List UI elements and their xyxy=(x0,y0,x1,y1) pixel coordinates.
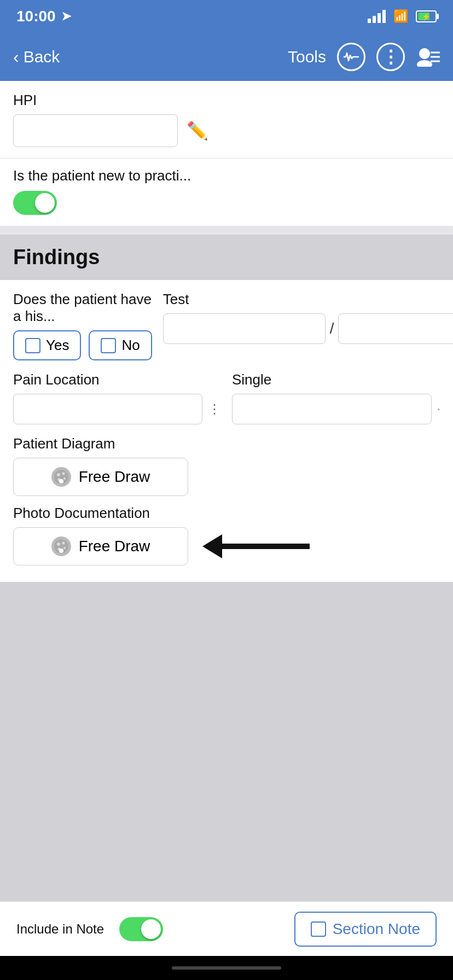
person-list-icon xyxy=(416,47,440,67)
include-note-label: Include in Note xyxy=(16,920,104,937)
single-dot-icon: ● xyxy=(437,407,440,412)
signal-icon xyxy=(368,10,386,23)
test-col: Test / xyxy=(163,291,453,344)
status-bar: 10:00 ➤ 📶 ⚡ xyxy=(0,0,453,33)
svg-point-0 xyxy=(419,48,430,59)
single-input[interactable] xyxy=(232,394,432,424)
patient-diagram-button-label: Free Draw xyxy=(79,468,150,486)
back-button[interactable]: ‹ Back xyxy=(13,47,60,67)
battery-icon: ⚡ xyxy=(416,10,437,22)
patient-new-section: Is the patient new to practi... xyxy=(0,158,453,226)
svg-point-14 xyxy=(63,547,66,549)
pain-location-label: Pain Location xyxy=(13,371,221,388)
main-content: HPI ✏️ Is the patient new to practi... F… xyxy=(0,81,453,956)
yes-no-row: Yes No xyxy=(13,330,152,360)
findings-row-1: Does the patient have a his... Yes No Te… xyxy=(13,291,440,360)
hpi-input[interactable] xyxy=(13,114,178,147)
yes-checkbox xyxy=(25,338,40,353)
svg-point-12 xyxy=(57,542,60,546)
svg-point-10 xyxy=(59,479,63,483)
single-input-row: ● xyxy=(232,394,440,424)
person-list-button[interactable] xyxy=(416,47,440,67)
test-input-1[interactable] xyxy=(163,313,326,344)
more-dots-icon[interactable]: ⋮ xyxy=(208,401,221,417)
history-col: Does the patient have a his... Yes No xyxy=(13,291,152,360)
pain-location-col: Pain Location ⋮ xyxy=(13,371,221,424)
svg-point-8 xyxy=(63,477,66,480)
bottom-bar: Include in Note Section Note xyxy=(0,901,453,956)
svg-point-6 xyxy=(57,473,60,476)
svg-point-16 xyxy=(59,549,63,553)
single-col: Single ● xyxy=(232,371,440,424)
back-chevron-icon: ‹ xyxy=(13,47,19,67)
svg-point-13 xyxy=(62,542,65,545)
patient-diagram-label: Patient Diagram xyxy=(13,435,440,452)
arrow-body xyxy=(222,544,310,549)
nav-bar: ‹ Back Tools ⋮ xyxy=(0,33,453,81)
test-input-row: / xyxy=(163,313,453,344)
time-display: 10:00 xyxy=(16,8,56,25)
heart-monitor-icon xyxy=(337,43,365,71)
wifi-icon: 📶 xyxy=(393,9,408,24)
photo-documentation-section: Photo Documentation Free Draw xyxy=(13,505,440,565)
home-bar xyxy=(172,966,281,970)
patient-new-toggle[interactable] xyxy=(13,191,57,215)
include-note-thumb xyxy=(141,919,161,939)
test-label: Test xyxy=(163,291,453,308)
home-indicator xyxy=(0,956,453,980)
location-icon: ➤ xyxy=(61,9,71,24)
history-label: Does the patient have a his... xyxy=(13,291,152,325)
yes-label: Yes xyxy=(46,337,69,354)
findings-title: Findings xyxy=(13,246,440,269)
yes-button[interactable]: Yes xyxy=(13,330,81,360)
section-note-label: Section Note xyxy=(333,920,420,938)
findings-header: Findings xyxy=(0,235,453,280)
arrow-head xyxy=(202,534,222,558)
pain-location-input[interactable] xyxy=(13,394,202,424)
single-label: Single xyxy=(232,371,440,388)
findings-row-2: Pain Location ⋮ Single ● xyxy=(13,371,440,424)
heart-monitor-button[interactable] xyxy=(337,43,365,71)
section-note-button[interactable]: Section Note xyxy=(294,912,437,947)
findings-section: Does the patient have a his... Yes No Te… xyxy=(0,280,453,582)
photo-doc-label: Photo Documentation xyxy=(13,505,440,522)
arrow-annotation xyxy=(202,534,310,558)
pencil-icon[interactable]: ✏️ xyxy=(187,120,208,141)
photo-doc-button-label: Free Draw xyxy=(79,538,150,555)
lightning-icon: ⚡ xyxy=(422,13,431,21)
svg-point-7 xyxy=(62,472,65,475)
patient-diagram-draw-button[interactable]: Free Draw xyxy=(13,458,188,496)
test-input-2[interactable] xyxy=(338,313,453,344)
palette-icon-2 xyxy=(51,536,71,556)
hpi-label: HPI xyxy=(13,92,440,109)
patient-new-label: Is the patient new to practi... xyxy=(13,167,440,184)
photo-doc-draw-button[interactable]: Free Draw xyxy=(13,527,188,565)
more-options-button[interactable]: ⋮ xyxy=(376,43,405,71)
patient-diagram-section: Patient Diagram Free Draw xyxy=(13,435,440,496)
no-label: No xyxy=(121,337,140,354)
more-icon: ⋮ xyxy=(376,43,405,71)
svg-point-1 xyxy=(417,60,432,67)
pain-input-row: ⋮ xyxy=(13,394,221,424)
empty-gray-area xyxy=(0,582,453,901)
tools-label[interactable]: Tools xyxy=(288,48,326,66)
back-label: Back xyxy=(24,48,60,66)
palette-icon-1 xyxy=(51,467,71,487)
slash-divider: / xyxy=(330,320,334,337)
include-note-toggle[interactable] xyxy=(119,917,163,941)
toggle-thumb xyxy=(35,193,55,213)
no-checkbox xyxy=(101,338,116,353)
section-note-checkbox xyxy=(311,921,326,937)
hpi-section: HPI ✏️ xyxy=(0,81,453,158)
no-button[interactable]: No xyxy=(89,330,152,360)
